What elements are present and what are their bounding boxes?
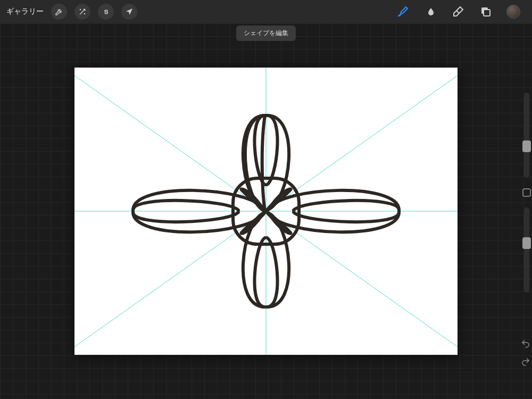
workspace [0, 23, 532, 399]
side-sliders [521, 93, 532, 367]
arrow-icon [125, 7, 134, 16]
svg-point-0 [80, 9, 80, 10]
modifier-button[interactable] [522, 188, 531, 197]
undo-icon [521, 339, 530, 348]
s-shape-icon [102, 7, 110, 16]
smudge-icon [424, 5, 437, 18]
svg-rect-3 [484, 10, 490, 16]
brush-icon [396, 5, 409, 18]
svg-point-1 [84, 13, 85, 14]
wrench-icon [55, 7, 63, 16]
smudge-tool[interactable] [423, 5, 437, 19]
layers-button[interactable] [479, 5, 493, 19]
transform-button[interactable] [121, 4, 137, 20]
adjustments-button[interactable] [74, 4, 90, 20]
redo-icon [521, 357, 530, 367]
toolbar-left-group: ギャラリー [6, 4, 137, 20]
canvas[interactable] [74, 68, 458, 355]
actions-button[interactable] [51, 4, 67, 20]
top-toolbar: ギャラリー シェイプを編集 [0, 0, 532, 23]
brush-tool[interactable] [396, 5, 410, 19]
eraser-icon [452, 5, 464, 18]
selection-button[interactable] [98, 4, 114, 20]
undo-button[interactable] [520, 338, 531, 349]
opacity-thumb[interactable] [522, 237, 531, 249]
redo-button[interactable] [520, 356, 531, 367]
color-picker-button[interactable] [506, 5, 520, 19]
layers-icon [479, 5, 492, 18]
brush-size-thumb[interactable] [522, 140, 531, 152]
wand-icon [78, 7, 87, 16]
undo-redo-group [520, 338, 531, 367]
toolbar-right-group [396, 5, 526, 19]
canvas-artwork [74, 68, 458, 355]
opacity-slider[interactable] [524, 207, 529, 293]
edit-shape-tooltip[interactable]: シェイプを編集 [236, 26, 296, 41]
brush-size-slider[interactable] [524, 93, 529, 178]
gallery-button[interactable]: ギャラリー [6, 7, 44, 16]
eraser-tool[interactable] [451, 5, 465, 19]
